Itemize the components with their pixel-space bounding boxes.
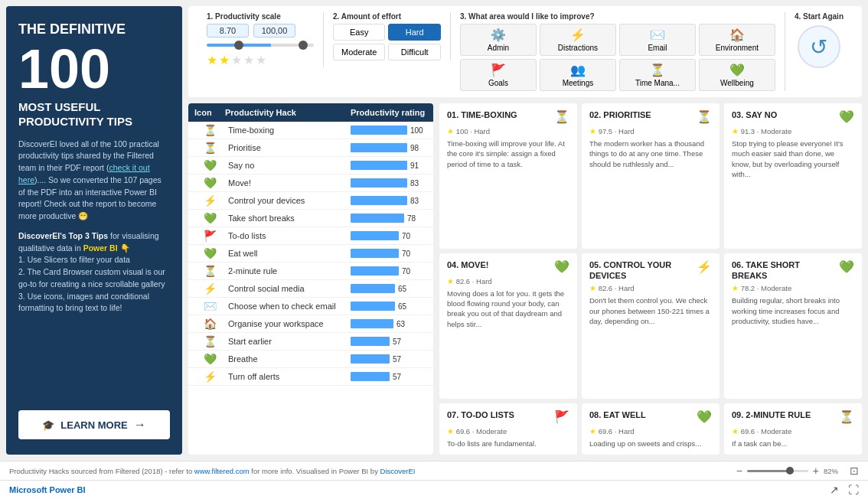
bottom-bar: Productivity Hacks sourced from Filtered… (0, 461, 868, 480)
zoom-handle[interactable] (786, 467, 794, 475)
area-email[interactable]: ✉️ Email (619, 24, 696, 56)
row-icon: 🚩 (194, 230, 225, 242)
zoom-level: 82% (824, 467, 845, 475)
area-wellbeing[interactable]: 💚 Wellbeing (699, 59, 775, 91)
card-rating: ★ 69.6 · Moderate (732, 427, 854, 435)
rating-bar-cell: 83 (351, 196, 427, 205)
effort-difficult[interactable]: Difficult (388, 44, 440, 60)
zoom-minus[interactable]: − (736, 465, 742, 477)
table-row[interactable]: 💚 Breathe 57 (188, 351, 433, 368)
rating-val: 100 (410, 126, 427, 135)
hack-name: Take short breaks (225, 214, 351, 223)
row-icon: ⏳ (194, 142, 225, 154)
table-row[interactable]: ⚡ Turn off alerts 57 (188, 368, 433, 386)
area-admin[interactable]: ⚙️ Admin (460, 24, 537, 56)
row-icon: ⏳ (194, 265, 225, 277)
share-icon[interactable]: ↗ (830, 484, 839, 496)
discoverel-link[interactable]: DiscoverEI (380, 467, 416, 475)
table-row[interactable]: ⏳ Time-boxing 100 (188, 122, 433, 139)
rating-bar (351, 337, 390, 346)
hack-name: Control social media (225, 284, 351, 293)
area-environment[interactable]: 🏠 Environment (699, 24, 775, 56)
table-row[interactable]: ⚡ Control social media 65 (188, 280, 433, 298)
area-meetings[interactable]: 👥 Meetings (540, 59, 616, 91)
learn-more-button[interactable]: 🎓 LEARN MORE → (18, 410, 170, 439)
table-row[interactable]: 💚 Eat well 70 (188, 245, 433, 263)
filtered-link[interactable]: www.filtered.com (194, 467, 250, 475)
rating-bar (351, 319, 393, 328)
card-icon: 💚 (839, 259, 854, 274)
card-03: 03. SAY NO 💚 ★ 91.3 · Moderate Stop tryi… (724, 103, 862, 249)
table-row[interactable]: 💚 Say no 91 (188, 157, 433, 174)
check-it-out-link[interactable]: check it out here (18, 163, 150, 184)
effort-hard[interactable]: Hard (388, 24, 440, 41)
table-row[interactable]: ⏳ Start earlier 57 (188, 333, 433, 351)
goals-label: Goals (488, 79, 508, 87)
table-row[interactable]: ⚡ Control your devices 83 (188, 192, 433, 210)
rating-val: 78 (407, 214, 424, 223)
table-panel: Icon Productivity Hack Productivity rati… (188, 103, 433, 455)
rating-val: 98 (410, 144, 427, 152)
rating-bar-cell: 57 (351, 337, 427, 346)
hack-name: Start earlier (225, 337, 351, 346)
scale-min-input[interactable] (207, 24, 249, 38)
scale-handle-left[interactable] (234, 41, 243, 50)
card-rating: ★ 69.6 · Moderate (447, 427, 569, 435)
wellbeing-label: Wellbeing (720, 79, 754, 87)
rating-val: 63 (396, 320, 413, 328)
rating-bar (351, 266, 399, 276)
table-row[interactable]: ✉️ Choose when to check email 65 (188, 298, 433, 315)
row-icon: 💚 (194, 247, 225, 259)
card-header: 08. EAT WELL 💚 (589, 409, 712, 424)
card-rating: ★ 78.2 · Moderate (732, 284, 854, 292)
rating-bar (351, 284, 395, 293)
effort-grid: Easy Hard Moderate Difficult (333, 24, 441, 60)
card-08: 08. EAT WELL 💚 ★ 69.6 · Hard Loading up … (582, 403, 720, 455)
email-icon: ✉️ (650, 28, 665, 42)
card-title: 03. SAY NO (732, 109, 836, 120)
table-row[interactable]: 💚 Move! 83 (188, 174, 433, 192)
table-row[interactable]: 🏠 Organise your workspace 63 (188, 315, 433, 333)
col-rating: Productivity rating (351, 108, 427, 117)
area-goals[interactable]: 🚩 Goals (460, 59, 537, 91)
powerbi-link[interactable]: Microsoft Power BI (9, 485, 86, 494)
refresh-button[interactable]: ↺ (798, 25, 840, 68)
zoom-slider[interactable] (747, 470, 808, 472)
card-body: If a task can be... (732, 439, 854, 448)
meetings-icon: 👥 (570, 63, 586, 77)
area-distractions[interactable]: ⚡ Distractions (540, 24, 616, 56)
fit-page-icon[interactable]: ⊡ (850, 465, 859, 477)
rating-val: 57 (393, 355, 410, 364)
effort-easy[interactable]: Easy (333, 24, 385, 41)
effort-moderate[interactable]: Moderate (333, 44, 385, 60)
hack-name: Say no (225, 161, 351, 170)
scale-inputs (207, 24, 314, 38)
scale-slider[interactable] (207, 44, 314, 47)
productivity-scale-section: 1. Productivity scale ★ ★ ★ ★ ★ (197, 12, 324, 67)
card-header: 06. TAKE SHORT BREAKS 💚 (732, 259, 854, 282)
big-number: 100 (18, 41, 170, 96)
table-row[interactable]: ⏳ 2-minute rule 70 (188, 263, 433, 280)
zoom-plus[interactable]: + (813, 465, 819, 477)
right-panel: 1. Productivity scale ★ ★ ★ ★ ★ (188, 6, 862, 455)
card-rating: ★ 82.6 · Hard (589, 284, 712, 292)
rating-val: 70 (402, 267, 419, 276)
hack-name: 2-minute rule (225, 266, 351, 276)
scale-max-input[interactable] (253, 24, 295, 38)
card-header: 04. MOVE! 💚 (447, 259, 569, 274)
star-rating: ★ ★ ★ ★ ★ (207, 53, 314, 67)
card-header: 05. CONTROL YOUR DEVICES ⚡ (589, 259, 712, 282)
col-icon: Icon (194, 108, 225, 117)
email-label: Email (648, 44, 667, 52)
left-panel: THE DEFINITIVE 100 MOST USEFULPRODUCTIVI… (6, 6, 182, 455)
fullscreen-icon[interactable]: ⛶ (848, 484, 859, 496)
table-row[interactable]: 🚩 To-do lists 70 (188, 227, 433, 245)
star-2: ★ (219, 53, 230, 67)
table-row[interactable]: ⏳ Prioritise 98 (188, 139, 433, 157)
table-row[interactable]: 💚 Take short breaks 78 (188, 210, 433, 227)
card-body: Time-boxing will improve your life. At t… (447, 139, 569, 169)
card-icon: 🚩 (554, 409, 569, 424)
area-time-management[interactable]: ⏳ Time Mana... (619, 59, 696, 91)
card-title: 08. EAT WELL (589, 409, 693, 420)
scale-handle-right[interactable] (299, 41, 308, 50)
